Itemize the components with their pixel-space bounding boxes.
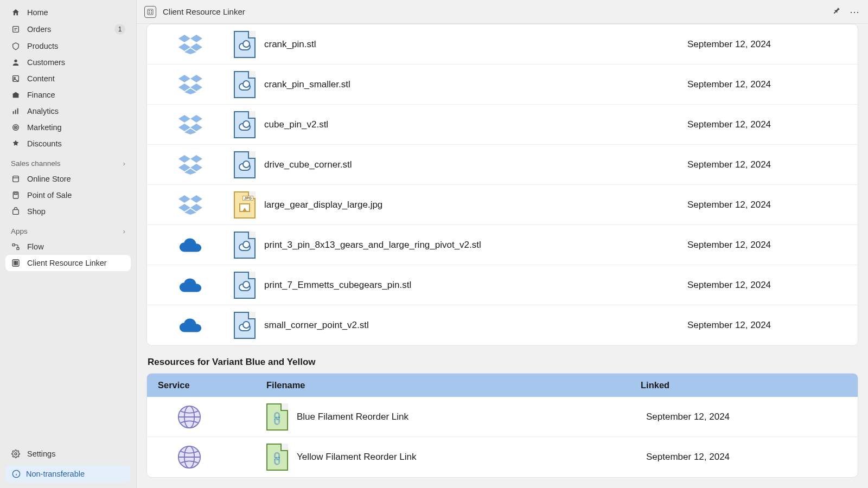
sidebar-item-marketing[interactable]: Marketing [5,119,131,136]
jpg-file-icon: JPG [234,191,256,219]
nav-label: Discounts [27,139,125,148]
nav-label: Finance [27,91,125,99]
file-date: September 12, 2024 [641,452,847,463]
file-name: crank_pin.stl [264,39,316,50]
table-header: Service Filename Linked [147,374,858,397]
onedrive-icon [178,313,202,337]
file-date: September 12, 2024 [682,159,845,170]
file-name: print_7_Emmetts_cubegears_pin.stl [264,280,411,291]
cloud-file-icon [234,312,256,339]
info-icon [12,470,21,478]
svg-rect-18 [16,261,18,263]
files-panel: crank_pin.stlSeptember 12, 2024crank_pin… [146,24,858,346]
nav-label: Orders [27,25,108,34]
svg-marker-41 [190,115,202,123]
svg-marker-45 [178,155,190,163]
file-row[interactable]: print_7_Emmetts_cubegears_pin.stlSeptemb… [147,265,858,305]
variant-row[interactable]: 🔗Yellow Filament Reorder LinkSeptember 1… [147,437,858,477]
svg-rect-29 [151,12,152,14]
sidebar-item-client-resource-linker[interactable]: Client Resource Linker [5,255,131,271]
file-name: print_3_pin_8x13_gears_and_large_ring_pi… [264,240,481,251]
col-service: Service [158,380,266,390]
file-date: September 12, 2024 [682,320,845,331]
gear-icon [11,449,21,459]
file-date: September 12, 2024 [682,240,845,251]
web-icon [177,405,201,429]
svg-rect-0 [13,27,19,33]
discounts-icon [11,139,21,149]
svg-marker-51 [190,195,202,203]
file-name: small_corner_point_v2.stl [264,320,369,331]
svg-rect-13 [13,210,19,215]
marketing-icon [11,123,21,132]
nav-label: Products [27,42,125,50]
sidebar-item-products[interactable]: Products [5,38,131,54]
svg-rect-6 [17,108,18,114]
web-icon [177,445,201,469]
svg-marker-36 [190,75,202,82]
variant-panel: Service Filename Linked 🔗Blue Filament R… [146,373,858,478]
file-name: drive_cube_corner.stl [264,159,352,170]
sidebar-item-analytics[interactable]: Analytics [5,103,131,119]
svg-marker-30 [178,35,190,42]
sales-channels-label: Sales channels [11,159,61,168]
nav-label: Marketing [27,123,125,132]
svg-rect-12 [14,193,17,195]
sidebar-item-point-of-sale[interactable]: Point of Sale [5,187,131,203]
svg-marker-31 [190,35,202,42]
file-name: large_gear_display_large.jpg [264,200,382,210]
cloud-file-icon [234,272,256,299]
svg-marker-46 [190,155,202,163]
sidebar-item-content[interactable]: Content [5,70,131,87]
more-icon[interactable]: ⋯ [850,6,860,18]
content-icon [11,74,21,84]
link-file-icon: 🔗 [266,403,288,431]
file-row[interactable]: cube_pin_v2.stlSeptember 12, 2024 [147,105,858,145]
pin-icon[interactable] [832,7,841,17]
svg-rect-14 [12,244,15,246]
sidebar-item-discounts[interactable]: Discounts [5,136,131,152]
nav-label: Shop [27,207,125,216]
nav-label: Online Store [27,175,125,183]
sidebar-item-orders[interactable]: Orders1 [5,21,131,38]
sidebar-item-customers[interactable]: Customers [5,54,131,70]
dropbox-icon [178,33,202,56]
file-date: September 12, 2024 [682,39,845,50]
crl-icon [11,258,21,268]
titlebar: Client Resource Linker ⋯ [137,0,868,24]
file-row[interactable]: crank_pin.stlSeptember 12, 2024 [147,24,858,65]
file-row[interactable]: drive_cube_corner.stlSeptember 12, 2024 [147,145,858,185]
sidebar-item-online-store[interactable]: Online Store [5,171,131,187]
cloud-file-icon [234,151,256,178]
file-row[interactable]: small_corner_point_v2.stlSeptember 12, 2… [147,305,858,345]
sidebar-item-flow[interactable]: Flow [5,239,131,255]
svg-marker-40 [178,115,190,123]
shop-icon [11,207,21,216]
file-name: Blue Filament Reorder Link [297,412,409,422]
cloud-file-icon [234,31,256,58]
sidebar-item-finance[interactable]: Finance [5,87,131,103]
settings-label: Settings [27,450,125,458]
dropbox-icon [178,153,202,177]
nav-label: Home [27,8,125,17]
non-transferable-pill[interactable]: Non-transferable [5,465,131,483]
file-name: cube_pin_v2.stl [264,119,328,130]
svg-marker-35 [178,75,190,82]
nav-label: Client Resource Linker [27,259,125,267]
cloud-file-icon [234,111,256,138]
sidebar-item-shop[interactable]: Shop [5,203,131,220]
page-title: Client Resource Linker [163,7,245,16]
file-row[interactable]: crank_pin_smaller.stlSeptember 12, 2024 [147,65,858,105]
apps-header[interactable]: Apps › [0,220,136,239]
file-row[interactable]: print_3_pin_8x13_gears_and_large_ring_pi… [147,225,858,265]
file-date: September 12, 2024 [682,119,845,130]
svg-rect-28 [149,12,150,14]
file-date: September 12, 2024 [682,280,845,291]
flow-icon [11,242,21,252]
sidebar-item-settings[interactable]: Settings [5,446,131,462]
dropbox-icon [178,193,202,217]
sales-channels-header[interactable]: Sales channels › [0,152,136,171]
file-row[interactable]: JPGlarge_gear_display_large.jpgSeptember… [147,185,858,225]
variant-row[interactable]: 🔗Blue Filament Reorder LinkSeptember 12,… [147,397,858,437]
sidebar-item-home[interactable]: Home [5,4,131,21]
